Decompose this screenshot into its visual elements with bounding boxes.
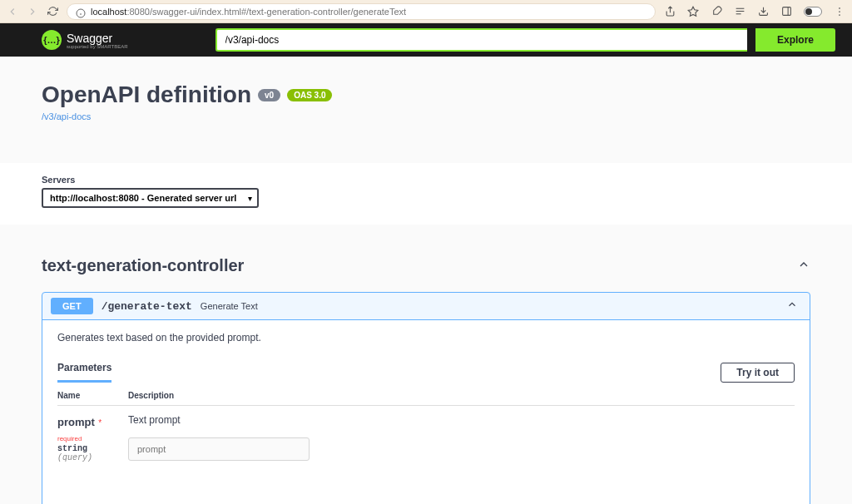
operation-header[interactable]: GET /generate-text Generate Text: [42, 293, 810, 319]
oas-badge: OAS 3.0: [287, 89, 332, 101]
share-icon[interactable]: [664, 6, 676, 17]
svg-point-11: [839, 14, 840, 16]
back-button[interactable]: [7, 6, 18, 17]
swagger-brand: Swagger: [67, 32, 128, 45]
column-name-header: Name: [57, 391, 128, 400]
param-input[interactable]: [128, 437, 310, 461]
star-icon[interactable]: [687, 6, 699, 17]
param-description: Text prompt: [128, 414, 795, 426]
required-star: *: [98, 418, 102, 427]
operation-path: /generate-text: [102, 300, 192, 313]
required-label: required: [57, 435, 82, 442]
swagger-logo-icon: {…}: [42, 30, 62, 50]
svg-marker-3: [688, 7, 698, 16]
chevron-up-icon: [786, 299, 798, 314]
parameters-tab: Parameters: [57, 362, 111, 383]
svg-point-9: [839, 7, 840, 9]
browser-address-bar: localhost:8080/swagger-ui/index.html#/te…: [0, 0, 852, 23]
api-title-row: OpenAPI definition v0 OAS 3.0: [42, 82, 810, 108]
profile-toggle[interactable]: [804, 7, 822, 17]
svg-point-10: [839, 11, 840, 12]
swagger-logo[interactable]: {…} Swagger supported by SMARTBEAR: [42, 30, 128, 50]
url-field[interactable]: localhost:8080/swagger-ui/index.html#/te…: [67, 3, 656, 20]
param-name: prompt: [57, 416, 95, 428]
operation-block: GET /generate-text Generate Text Generat…: [42, 292, 810, 504]
svg-rect-7: [782, 7, 790, 16]
download-icon[interactable]: [757, 6, 769, 17]
method-badge: GET: [51, 298, 93, 314]
servers-label: Servers: [42, 175, 810, 185]
api-docs-link[interactable]: /v3/api-docs: [42, 111, 91, 121]
forward-button[interactable]: [27, 6, 38, 17]
swagger-brand-sub: supported by SMARTBEAR: [67, 44, 128, 49]
param-in: (query): [57, 453, 128, 462]
column-desc-header: Description: [128, 391, 795, 400]
try-it-out-button[interactable]: Try it out: [721, 363, 795, 383]
url-text: localhost:8080/swagger-ui/index.html#/te…: [91, 7, 406, 17]
tag-header[interactable]: text-generation-controller: [42, 250, 810, 282]
chevron-up-icon: [797, 258, 810, 274]
tag-name: text-generation-controller: [42, 256, 244, 275]
panel-icon[interactable]: [780, 6, 792, 17]
spec-url-input[interactable]: [215, 28, 747, 52]
param-type: string: [57, 444, 128, 453]
reload-button[interactable]: [47, 6, 58, 17]
explore-button[interactable]: Explore: [755, 28, 835, 52]
swagger-header: {…} Swagger supported by SMARTBEAR Explo…: [0, 23, 852, 57]
extensions-icon[interactable]: [711, 6, 722, 17]
info-icon: [76, 7, 86, 17]
version-badge: v0: [258, 89, 280, 101]
parameter-row: prompt * required string (query) Text pr…: [57, 414, 795, 462]
server-select[interactable]: http://localhost:8080 - Generated server…: [42, 188, 259, 208]
list-icon[interactable]: [734, 6, 746, 17]
api-title: OpenAPI definition: [42, 82, 251, 108]
operation-summary: Generate Text: [201, 301, 786, 311]
menu-icon[interactable]: [834, 6, 845, 17]
operation-description: Generates text based on the provided pro…: [42, 320, 810, 355]
